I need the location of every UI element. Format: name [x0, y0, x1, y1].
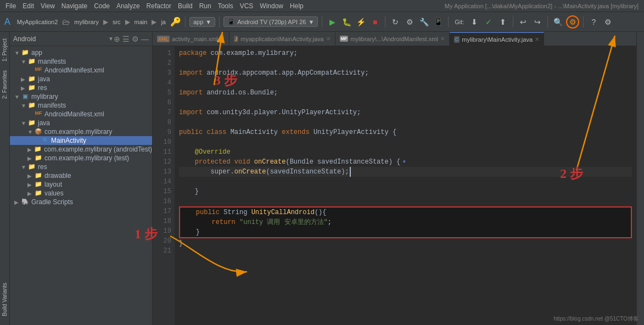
search-everywhere[interactable]: 🔍	[552, 16, 564, 28]
code-line-16	[179, 197, 632, 206]
tab-close-icon[interactable]: ✕	[535, 36, 539, 42]
tree-item-androidmanifest[interactable]: MF AndroidManifest.xml	[10, 66, 152, 75]
undo-btn[interactable]: ↩	[517, 16, 529, 28]
run-button[interactable]: ▶	[326, 16, 338, 28]
folder-icon: 📁	[34, 189, 43, 197]
tree-item-java[interactable]: ▶ 📁 java	[10, 75, 152, 83]
tab-myapp-mainactivity[interactable]: J myapplication\MainActivity.java ✕	[229, 32, 335, 46]
git-push[interactable]: ⬆	[497, 16, 509, 28]
tab-mylibrary-manifest[interactable]: MF mylibrary\...\AndroidManifest.xml ✕	[335, 32, 450, 46]
code-line-2	[179, 58, 632, 68]
build-variants-tab[interactable]: Build Variants	[1, 278, 9, 321]
project-tab[interactable]: 1: Project	[1, 34, 9, 66]
favorites-tab[interactable]: 2: Favorites	[1, 66, 9, 103]
tree-item-mylibrary-java[interactable]: ▼ 📁 java	[10, 119, 152, 127]
stop-button[interactable]: ■	[369, 16, 381, 28]
left-panel-tabs: 1: Project 2: Favorites Build Variants	[0, 32, 10, 325]
gear-icon[interactable]: ⚙	[132, 35, 139, 43]
menu-tools[interactable]: Tools	[215, 2, 237, 10]
sdk-button[interactable]: 🔧	[418, 16, 430, 28]
tree-item-mylibrary-manifests[interactable]: ▼ 📁 manifests	[10, 101, 152, 110]
tab-label: activity_main.xml	[172, 36, 218, 42]
menu-refactor[interactable]: Refactor	[143, 2, 175, 10]
tree-item-mylibrary[interactable]: ▼ ▣ mylibrary	[10, 92, 152, 101]
manifests-label: manifests	[38, 58, 66, 65]
git-label: Git:	[452, 18, 466, 26]
structure-icon[interactable]: ☰	[122, 35, 130, 43]
module-name[interactable]: mylibrary	[72, 18, 101, 26]
tree-item-com-example-mylibrary[interactable]: ▼ 📦 com.example.mylibrary	[10, 127, 152, 136]
menubar: File Edit View Navigate Code Analyze Ref…	[0, 0, 644, 12]
tree-item-values[interactable]: ▶ 📁 values	[10, 189, 152, 198]
toolbar: A MyApplication2 🗁 mylibrary ▶ src ▶ mai…	[0, 12, 644, 32]
tab-close-icon[interactable]: ✕	[326, 36, 331, 42]
code-line-17: public String UnityCallAndroid(){	[179, 206, 632, 217]
app-dropdown[interactable]: app▼	[189, 17, 215, 27]
tab-mylibrary-mainactivity[interactable]: C mylibrary\MainActivity.java ✕	[450, 32, 544, 46]
code-editor[interactable]: package com.example.mylibrary; import an…	[175, 46, 636, 325]
settings-btn[interactable]: ⚙	[602, 16, 614, 28]
mylibrary-java-label: java	[38, 119, 50, 127]
tree-item-manifests[interactable]: ▼ 📁 manifests	[10, 57, 152, 66]
attach-button[interactable]: ⚡	[355, 16, 367, 28]
layout-label: layout	[44, 181, 62, 188]
avd-button[interactable]: 📱	[432, 16, 444, 28]
menu-analyze[interactable]: Analyze	[113, 2, 143, 10]
tab-close-icon[interactable]: ✕	[440, 36, 445, 42]
debug-button[interactable]: 🐛	[340, 16, 352, 28]
tree-item-test[interactable]: ▶ 📁 com.example.mylibrary (test)	[10, 154, 152, 162]
tree-item-layout[interactable]: ▶ 📁 layout	[10, 180, 152, 189]
menu-edit[interactable]: Edit	[19, 2, 37, 10]
menu-code[interactable]: Code	[91, 2, 113, 10]
sidebar: Android ▼ ⊕ ☰ ⚙ — ▼ 📁 app	[10, 32, 153, 325]
res-label: res	[38, 84, 47, 92]
gradle-button[interactable]: ⚙	[404, 16, 416, 28]
app-label: app	[31, 49, 42, 57]
folder-icon: 📁	[27, 102, 36, 109]
tree-item-mylibrary-manifest-xml[interactable]: MF AndroidManifest.xml	[10, 110, 152, 119]
separator-4	[385, 16, 385, 27]
tree-item-res[interactable]: ▶ 📁 res	[10, 83, 152, 92]
device-dropdown[interactable]: 📱 Android TV (720p) API 26▼	[223, 16, 318, 27]
separator-6	[513, 16, 513, 27]
tree-item-androidtest[interactable]: ▶ 📁 com.example.mylibrary (androidTest)	[10, 145, 152, 154]
sidebar-title[interactable]: Android	[13, 35, 106, 43]
git-commit[interactable]: ✓	[483, 16, 495, 28]
tree-item-app[interactable]: ▼ 📁 app	[10, 48, 152, 57]
menu-view[interactable]: View	[37, 2, 58, 10]
code-line-5: import android.os.Bundle;	[179, 88, 632, 98]
menu-help[interactable]: Help	[287, 2, 307, 10]
right-scrollbar[interactable]	[636, 32, 644, 325]
menu-navigate[interactable]: Navigate	[58, 2, 91, 10]
project-name[interactable]: MyApplication2	[15, 18, 60, 26]
menu-run[interactable]: Run	[196, 2, 215, 10]
package-icon: 📦	[34, 128, 43, 136]
menu-vcs[interactable]: VCS	[237, 2, 257, 10]
mylibrary-label: mylibrary	[31, 93, 58, 100]
tab-activity-main[interactable]: XML activity_main.xml ✕	[153, 32, 229, 46]
tree-item-mainactivity[interactable]: C MainActivity	[10, 136, 152, 145]
collapse-icon[interactable]: —	[141, 35, 149, 43]
menu-build[interactable]: Build	[175, 2, 196, 10]
git-update[interactable]: ⬇	[468, 16, 480, 28]
sync-button[interactable]: ↻	[389, 16, 401, 28]
folder-icon: 📁	[27, 84, 36, 92]
editor-area: XML activity_main.xml ✕ J myapplication\…	[153, 32, 636, 325]
tab-close-icon[interactable]: ✕	[220, 36, 225, 42]
tree-item-drawable[interactable]: ▶ 📁 drawable	[10, 171, 152, 180]
mylibrary-manifests-label: manifests	[38, 102, 66, 109]
mylibrary-res-label: res	[38, 163, 47, 171]
tree-item-mylibrary-res[interactable]: ▼ 📁 res	[10, 162, 152, 171]
main-label: main	[132, 18, 150, 26]
menu-file[interactable]: File	[2, 2, 19, 10]
profiler-button[interactable]: ⚙	[566, 15, 579, 29]
folder-icon: 📁	[27, 163, 36, 171]
separator-1	[185, 16, 186, 27]
redo-btn[interactable]: ↪	[531, 16, 544, 28]
add-icon[interactable]: ⊕	[114, 35, 120, 43]
separator-7	[547, 16, 548, 27]
drawable-label: drawable	[44, 172, 71, 180]
menu-window[interactable]: Window	[256, 2, 287, 10]
help-btn[interactable]: ?	[587, 16, 600, 28]
tree-item-gradle[interactable]: ▶ 🐘 Gradle Scripts	[10, 198, 152, 206]
